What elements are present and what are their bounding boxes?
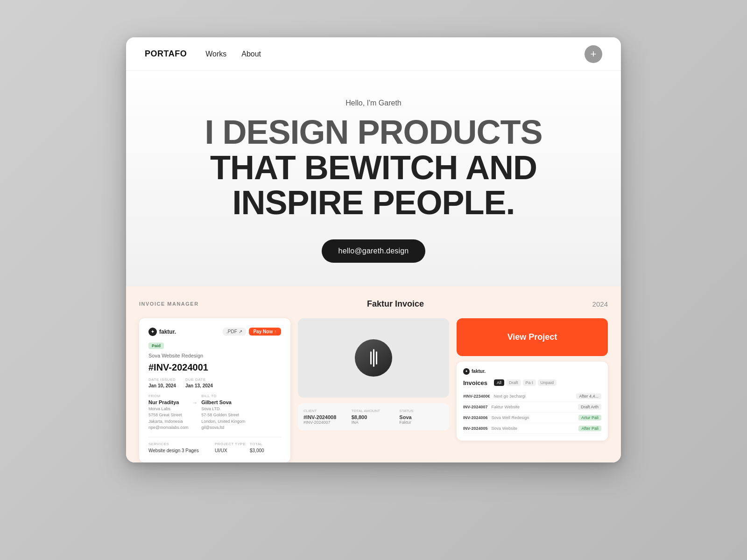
invoice-footer: SERVICES Website design 3 Pages PROJECT … xyxy=(148,442,281,453)
total-value: $3,000 xyxy=(250,448,264,453)
pdf-button[interactable]: .PDF ↗ xyxy=(223,328,246,336)
inv-num-4: INV-2024005 xyxy=(463,426,488,431)
inv-num-1: #INV-223400€ xyxy=(463,394,490,399)
app-logo-lines xyxy=(370,349,377,367)
services-col: SERVICES Website design 3 Pages xyxy=(148,442,211,453)
invoice-divider xyxy=(148,437,281,437)
to-party: BILL TO Gilbert Sova Sova LTD. 57-58 Gol… xyxy=(201,394,245,431)
mini-tabs: All Draft Pa t Unpaid xyxy=(494,379,557,386)
from-email: npe@morvalabs.com xyxy=(148,425,188,431)
project-header: INVOICE MANAGER Faktur Invoice 2024 xyxy=(139,299,608,309)
to-address: 57-58 Golden Street xyxy=(201,412,245,419)
navbar: PORTAFO Works About + xyxy=(126,37,621,71)
to-city: London, United Kingom xyxy=(201,419,245,425)
browser-window: PORTAFO Works About + Hello, I'm Gareth … xyxy=(126,37,621,462)
invoices-title: Invoices xyxy=(463,379,487,386)
to-company: Sova LTD. xyxy=(201,406,245,413)
invoices-mini-logo: ✦ faktur. xyxy=(463,368,486,375)
hero-section: Hello, I'm Gareth I DESIGN PRODUCTS THAT… xyxy=(126,71,621,286)
headline-line1: I DESIGN PRODUCTS xyxy=(145,115,602,150)
to-name: Gilbert Sova xyxy=(201,399,245,405)
tab-pa[interactable]: Pa t xyxy=(523,379,536,386)
mini-faktur-icon: ✦ xyxy=(463,368,470,375)
inv-status-3: Artur Pali xyxy=(578,415,601,420)
nav-about[interactable]: About xyxy=(241,50,261,58)
logo-line-2 xyxy=(373,349,374,367)
services-label: SERVICES xyxy=(148,442,211,446)
inv-status-2: Draft Arth xyxy=(578,404,601,410)
faktur-logo-text: faktur. xyxy=(159,329,176,335)
inv-status-4: After Pali xyxy=(578,426,601,431)
inv-num-2: INV-2024007 xyxy=(463,405,488,409)
middle-card: Client #INV-2024008 #INV-2024007 Total A… xyxy=(298,318,449,430)
headline-line3: INSPIRE PEOPLE. xyxy=(145,185,602,221)
email-cta-button[interactable]: hello@gareth.design xyxy=(322,239,426,263)
stat-val-inv1: #INV-2024008 xyxy=(303,414,348,420)
invoice-project-name: Sova Website Redesign xyxy=(148,353,281,358)
project-type-value: UI/UX xyxy=(215,448,227,453)
date-issued-label: DATE ISSUED xyxy=(148,378,176,382)
project-type-label: PROJECT TYPE xyxy=(215,442,246,446)
faktur-icon: ✦ xyxy=(148,328,157,336)
from-label: FROM xyxy=(148,394,188,398)
logo-line-1 xyxy=(370,351,372,364)
stat-label-2: Total Amount xyxy=(352,409,396,413)
invoice-parties: FROM Nur Praditya Morva Labs 5758 Great … xyxy=(148,394,281,431)
inv-name-4: Sova Website xyxy=(492,426,575,431)
date-issued-value: Jan 10, 2024 xyxy=(148,383,176,388)
to-label: BILL TO xyxy=(201,394,245,398)
stat-col-1: Client #INV-2024008 #INV-2024007 xyxy=(303,409,348,425)
tab-draft[interactable]: Draft xyxy=(506,379,521,386)
invoice-actions: .PDF ↗ Pay Now ↑ xyxy=(223,328,281,336)
due-date-label: DUE DATE xyxy=(185,378,213,382)
to-email: gil@sova.ltd xyxy=(201,425,245,431)
list-item: INV-2024006 Sova Well Redesign Artur Pal… xyxy=(463,413,601,423)
stat-val-2: $8,800 xyxy=(352,414,396,420)
tab-all[interactable]: All xyxy=(494,379,504,386)
inv-name-1: Next go 3echargi xyxy=(494,394,573,399)
invoice-dates: DATE ISSUED Jan 10, 2024 DUE DATE Jan 13… xyxy=(148,378,281,388)
logo: PORTAFO xyxy=(145,49,187,59)
app-logo-card xyxy=(298,318,449,398)
add-button[interactable]: + xyxy=(585,45,602,63)
total-label: TOTAL xyxy=(250,442,281,446)
nav-works[interactable]: Works xyxy=(205,50,226,58)
inv-name-2: Faktur Website xyxy=(492,405,574,409)
invoices-mini-card: ✦ faktur. Invoices All Draft Pa t Unpaid xyxy=(457,362,608,441)
invoice-number: #INV-2024001 xyxy=(148,362,281,373)
stat-sub-2: INA xyxy=(352,420,396,425)
logo-line-3 xyxy=(376,351,377,364)
faktur-logo: ✦ faktur. xyxy=(148,328,176,336)
tab-unpaid[interactable]: Unpaid xyxy=(538,379,557,386)
from-company: Morva Labs xyxy=(148,406,188,413)
mini-logo-text: faktur. xyxy=(472,369,486,374)
due-date-value: Jan 13, 2024 xyxy=(185,383,213,388)
services-value: Website design 3 Pages xyxy=(148,448,199,453)
app-logo-circle xyxy=(355,339,392,377)
mini-stats: Client #INV-2024008 #INV-2024007 Total A… xyxy=(298,403,449,430)
invoice-card: ✦ faktur. .PDF ↗ Pay Now ↑ Paid Sova Web… xyxy=(139,318,290,462)
stat-col-2: Total Amount $8,800 INA xyxy=(352,409,396,425)
project-showcase: INVOICE MANAGER Faktur Invoice 2024 ✦ fa… xyxy=(126,286,621,462)
date-issued-group: DATE ISSUED Jan 10, 2024 xyxy=(148,378,176,388)
headline-line2: THAT BEWITCH AND xyxy=(145,150,602,186)
from-name: Nur Praditya xyxy=(148,399,188,405)
invoices-row: Invoices All Draft Pa t Unpaid xyxy=(463,379,601,386)
stat-sub-3: Faktur xyxy=(399,420,444,425)
hero-headline: I DESIGN PRODUCTS THAT BEWITCH AND INSPI… xyxy=(145,115,602,221)
card-grid: ✦ faktur. .PDF ↗ Pay Now ↑ Paid Sova Web… xyxy=(139,318,608,462)
inv-name-3: Sova Well Redesign xyxy=(492,415,575,420)
due-date-group: DUE DATE Jan 13, 2024 xyxy=(185,378,213,388)
invoice-card-header: ✦ faktur. .PDF ↗ Pay Now ↑ xyxy=(148,328,281,336)
list-item: INV-2024007 Faktur Website Draft Arth xyxy=(463,402,601,413)
project-year: 2024 xyxy=(592,300,608,308)
pay-button[interactable]: Pay Now ↑ xyxy=(249,328,281,336)
from-city: Jakarta, Indonesia xyxy=(148,419,188,425)
invoice-status: Paid xyxy=(148,343,164,349)
invoices-mini-header: ✦ faktur. xyxy=(463,368,601,375)
view-project-button[interactable]: View Project xyxy=(457,318,608,356)
list-item: #INV-223400€ Next go 3echargi After 4,4.… xyxy=(463,391,601,402)
stat-val-3: Sova xyxy=(399,414,444,420)
stat-sub-inv1: #INV-2024007 xyxy=(303,420,348,425)
hero-greeting: Hello, I'm Gareth xyxy=(145,99,602,107)
